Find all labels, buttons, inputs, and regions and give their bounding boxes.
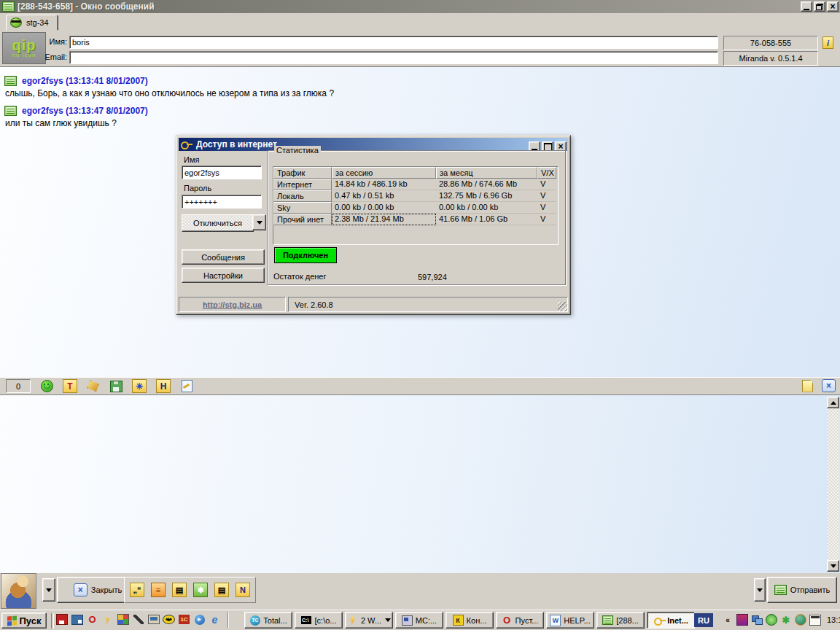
history-icon[interactable]: H: [156, 379, 171, 393]
tools-icon[interactable]: ✱: [193, 583, 208, 597]
computer-icon: [402, 615, 413, 626]
spyglass-icon[interactable]: [132, 613, 144, 626]
email-field[interactable]: [69, 51, 718, 64]
taskbar-button-console2[interactable]: К Кон...: [446, 612, 494, 629]
emoticon-icon[interactable]: [40, 380, 53, 392]
network-tray-icon[interactable]: [751, 614, 763, 626]
color-icon[interactable]: [87, 380, 100, 392]
icq-flower-icon[interactable]: ✱: [780, 614, 792, 626]
taskbar-divider: [51, 613, 54, 629]
compose-options-group: „“ ≡ ▤ ✱ ▤ N: [124, 577, 256, 603]
dialog-name-field[interactable]: [182, 166, 262, 179]
taskbar-clock: 13:14: [827, 615, 840, 624]
new-message-icon[interactable]: [802, 380, 813, 392]
winamp-icon[interactable]: [101, 613, 114, 626]
restore-button[interactable]: [814, 1, 825, 12]
col-month[interactable]: за месяц: [436, 167, 537, 179]
table-row: Прочий инет 2.38 Mb / 21.94 Mb 41.66 Mb …: [273, 214, 558, 225]
taskbar-button-winamp-group[interactable]: 2 W...: [345, 612, 393, 629]
close-button[interactable]: ×: [827, 1, 839, 12]
taskbar-button-console[interactable]: C:\ [c:\o...: [295, 612, 343, 629]
tab-stg-34[interactable]: stg-34: [6, 15, 58, 31]
notes-icon[interactable]: N: [236, 583, 250, 597]
balance-value: 597,924: [418, 273, 447, 281]
calendar-tray-icon[interactable]: [809, 614, 821, 626]
desktop: [288-543-658] - Окно сообщений × stg-34 …: [0, 0, 840, 630]
taskbar-button-inet-active[interactable]: Inet...: [647, 612, 695, 629]
globe-sync-icon[interactable]: [795, 614, 806, 626]
taskbar-button-total-commander[interactable]: TC Total...: [244, 612, 292, 629]
disconnect-button[interactable]: Отключиться: [182, 214, 254, 232]
opera-icon[interactable]: O: [86, 613, 98, 626]
translit-icon[interactable]: [180, 380, 193, 392]
scroll-down-button[interactable]: [827, 560, 839, 572]
send-button[interactable]: Отправить: [767, 577, 837, 603]
antivirus-tray-icon[interactable]: [736, 614, 748, 626]
taskbar-button-mc[interactable]: MC:...: [395, 612, 443, 629]
col-session[interactable]: за сессию: [332, 167, 436, 179]
dialog-titlebar[interactable]: Доступ в интернет ×: [179, 138, 568, 151]
traffic-table[interactable]: Трафик за сессию за месяц V/X Интернет 1…: [273, 166, 559, 245]
encrypt-icon[interactable]: ✳: [132, 379, 147, 393]
close-tab-icon[interactable]: ×: [822, 379, 836, 392]
quote-icon[interactable]: „“: [130, 583, 144, 597]
send-message-icon: [774, 585, 787, 595]
save-quicklaunch-icon[interactable]: [55, 613, 68, 626]
taskbar-button-opera[interactable]: O Пуст...: [496, 612, 544, 629]
message-window-icon: [2, 1, 15, 12]
contact-info-panel: qip no icon Имя: Email: 76-058-555 Miran…: [0, 31, 840, 66]
statistics-legend: Статистика: [274, 146, 321, 155]
compose-input[interactable]: [0, 394, 840, 573]
show-desktop-icon[interactable]: [71, 613, 83, 626]
client-version-box: Miranda v. 0.5.1.4: [723, 51, 818, 66]
remote-pc-icon[interactable]: [147, 613, 160, 626]
internet-explorer-icon[interactable]: e: [209, 613, 221, 626]
format-lines-icon[interactable]: ≡: [151, 583, 166, 597]
website-link[interactable]: http://stg.biz.ua: [203, 300, 262, 309]
save-icon[interactable]: [109, 380, 122, 392]
compose-scrollbar[interactable]: [827, 397, 839, 572]
close-x-icon: ×: [74, 583, 88, 596]
batman-icon[interactable]: [163, 613, 175, 626]
close-dropdown-button[interactable]: [42, 578, 55, 602]
settings-button[interactable]: Настройки: [182, 268, 265, 283]
table-header-row: Трафик за сессию за месяц V/X: [273, 167, 558, 179]
incoming-message-icon: [4, 106, 17, 116]
disconnect-dropdown-arrow[interactable]: [252, 214, 266, 230]
clock-tray-icon[interactable]: [766, 614, 777, 626]
col-vx[interactable]: V/X: [537, 167, 556, 179]
dialog-name-label: Имя: [184, 155, 199, 164]
resize-grip[interactable]: [558, 302, 567, 311]
table-row: Локаль 0.47 kb / 0.51 kb 132.75 Mb / 6.9…: [273, 190, 558, 202]
taskbar-button-word-help[interactable]: W HELP...: [546, 612, 594, 629]
internet-access-dialog: Доступ в интернет × Имя Пароль Отключить…: [176, 135, 571, 315]
dialog-statusbar: http://stg.biz.ua Ver. 2.60.8: [179, 296, 568, 312]
dialog-title: Доступ в интернет: [196, 139, 277, 149]
font-icon[interactable]: T: [63, 379, 77, 393]
message-icon: [602, 615, 613, 626]
message-header: egor2fsys (13:13:41 8/01/2007): [22, 76, 148, 86]
focused-cell[interactable]: 2.38 Mb / 21.94 Mb: [332, 214, 436, 225]
minimize-button[interactable]: [801, 1, 812, 12]
send-dropdown-button[interactable]: [754, 578, 766, 602]
colors-app-icon[interactable]: [117, 613, 129, 626]
incoming-message-icon: [4, 76, 17, 86]
name-field[interactable]: [69, 36, 718, 49]
messages-button[interactable]: Сообщения: [182, 249, 265, 265]
bottom-button-bar: × Закрыть „“ ≡ ▤ ✱ ▤ N Отправить: [0, 573, 840, 610]
collapse-tray-icon[interactable]: «: [722, 614, 734, 626]
col-traffic[interactable]: Трафик: [273, 167, 332, 179]
qip-contact-icon: [10, 18, 22, 28]
user-info-icon[interactable]: i: [822, 36, 833, 49]
journal-icon[interactable]: ▤: [214, 583, 229, 597]
1c-icon[interactable]: 1С: [178, 613, 190, 626]
template-icon[interactable]: ▤: [172, 583, 187, 597]
language-indicator[interactable]: RU: [694, 613, 713, 627]
dialog-password-field[interactable]: [182, 195, 262, 209]
char-counter: 0: [6, 379, 31, 393]
taskbar-button-message-window[interactable]: [288...: [596, 612, 645, 629]
media-player-icon[interactable]: ►: [193, 613, 206, 626]
start-button[interactable]: Пуск: [1, 612, 47, 629]
scrollbar-track[interactable]: [827, 408, 839, 560]
scroll-up-button[interactable]: [827, 397, 839, 408]
